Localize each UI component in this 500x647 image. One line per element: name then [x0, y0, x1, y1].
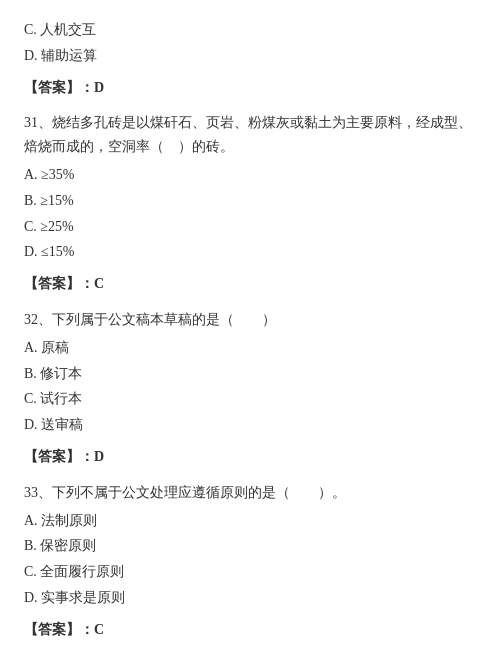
option-item: A. 法制原则 — [24, 509, 476, 533]
option-item: B. 保密原则 — [24, 534, 476, 558]
option-item: D. 辅助运算 — [24, 44, 476, 68]
content-container: C. 人机交互D. 辅助运算【答案】：D31、烧结多孔砖是以煤矸石、页岩、粉煤灰… — [24, 18, 476, 647]
option-item: D. 实事求是原则 — [24, 586, 476, 610]
question-text: 32、下列属于公文稿本草稿的是（ ） — [24, 308, 476, 332]
option-item: A. 原稿 — [24, 336, 476, 360]
option-item: C. ≥25% — [24, 215, 476, 239]
option-item: C. 人机交互 — [24, 18, 476, 42]
option-item: C. 全面履行原则 — [24, 560, 476, 584]
option-item: B. ≥15% — [24, 189, 476, 213]
question-text: 33、下列不属于公文处理应遵循原则的是（ ）。 — [24, 481, 476, 505]
answer-block: 【答案】：C — [24, 272, 476, 296]
option-item: D. 送审稿 — [24, 413, 476, 437]
answer-block: 【答案】：D — [24, 76, 476, 100]
question-text: 31、烧结多孔砖是以煤矸石、页岩、粉煤灰或黏土为主要原料，经成型、焙烧而成的，空… — [24, 111, 476, 159]
answer-block: 【答案】：D — [24, 445, 476, 469]
option-item: B. 修订本 — [24, 362, 476, 386]
option-item: A. ≥35% — [24, 163, 476, 187]
option-item: D. ≤15% — [24, 240, 476, 264]
answer-block: 【答案】：C — [24, 618, 476, 642]
option-item: C. 试行本 — [24, 387, 476, 411]
